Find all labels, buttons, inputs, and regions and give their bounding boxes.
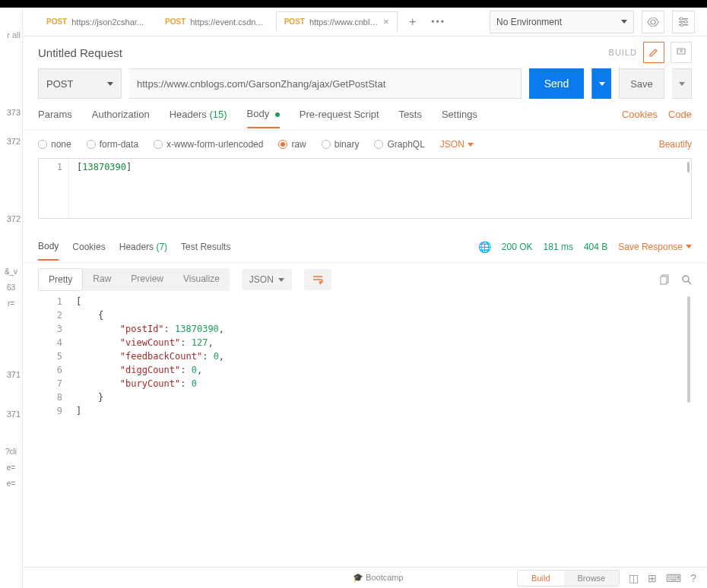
format-select[interactable]: JSON — [242, 269, 292, 290]
request-tab-active[interactable]: POST https://www.cnblo... × — [276, 11, 398, 33]
send-button[interactable]: Send — [529, 68, 584, 99]
layout-icon[interactable]: ⊞ — [648, 572, 657, 584]
build-link[interactable]: BUILD — [609, 48, 637, 57]
tab-headers[interactable]: Headers (15) — [170, 101, 227, 128]
request-body-editor[interactable]: 1 [13870390] — [38, 158, 692, 219]
code-line: "feedbackCount": 0, — [76, 351, 224, 365]
wrap-button[interactable] — [304, 269, 331, 290]
url-input[interactable] — [129, 68, 522, 99]
build-segment[interactable]: Build — [518, 571, 563, 586]
keyboard-icon[interactable]: ⌨ — [666, 572, 681, 584]
radio-none[interactable]: none — [38, 139, 71, 150]
line-number: 3 — [38, 324, 68, 337]
bootcamp-link[interactable]: 🎓 Bootcamp — [353, 573, 404, 583]
radio-label: form-data — [100, 139, 138, 150]
beautify-button[interactable]: Beautify — [659, 139, 692, 150]
environment-select[interactable]: No Environment — [490, 11, 634, 33]
radio-graphql[interactable]: GraphQL — [374, 139, 424, 150]
chevron-down-icon — [107, 82, 113, 86]
search-icon[interactable] — [681, 274, 692, 285]
save-response-label: Save Response — [618, 242, 683, 252]
environment-preview-button[interactable] — [642, 11, 664, 33]
line-number: 7 — [38, 378, 68, 392]
help-icon[interactable]: ? — [690, 572, 696, 584]
browse-segment[interactable]: Browse — [564, 571, 620, 586]
tab-body[interactable]: Body — [247, 100, 280, 128]
radio-icon — [38, 140, 47, 149]
tab-params[interactable]: Params — [38, 101, 72, 128]
headers-count: (7) — [156, 242, 167, 252]
radio-icon — [278, 140, 287, 149]
cookies-link[interactable]: Cookies — [622, 109, 658, 120]
body-label: Body — [247, 108, 270, 119]
save-dropdown[interactable] — [672, 68, 692, 99]
tab-title: https://www.cnblo... — [309, 17, 379, 27]
tab-title: https://json2cshar... — [71, 17, 144, 27]
view-tabs: Pretty Raw Preview Visualize — [38, 268, 230, 291]
send-dropdown[interactable] — [591, 68, 611, 99]
line-number: 2 — [38, 310, 68, 324]
radio-icon — [87, 140, 96, 149]
gutter-frag: e= — [0, 462, 22, 473]
resp-tab-cookies[interactable]: Cookies — [72, 234, 105, 260]
radio-binary[interactable]: binary — [322, 139, 360, 150]
value: 13870390 — [82, 162, 126, 172]
copy-icon[interactable] — [660, 274, 671, 285]
line-number: 1 — [39, 162, 62, 172]
save-response-button[interactable]: Save Response — [618, 242, 692, 252]
tab-tests[interactable]: Tests — [399, 101, 422, 128]
tab-method: POST — [284, 17, 305, 26]
gutter-num: 371 — [0, 370, 22, 379]
chevron-down-icon — [621, 20, 627, 24]
resp-tab-tests[interactable]: Test Results — [181, 234, 230, 260]
line-number: 1 — [38, 296, 68, 310]
tab-settings[interactable]: Settings — [442, 101, 477, 128]
view-visualize[interactable]: Visualize — [173, 268, 230, 291]
view-preview[interactable]: Preview — [121, 268, 173, 291]
scrollbar-thumb[interactable] — [687, 296, 690, 403]
code-content: [ { "postId": 13870390, "viewCount": 127… — [76, 296, 224, 419]
tab-more-button[interactable]: ••• — [428, 11, 449, 33]
gutter-num: 372 — [0, 214, 22, 223]
code-link[interactable]: Code — [668, 109, 692, 120]
resp-tab-body[interactable]: Body — [38, 233, 59, 261]
two-pane-icon[interactable]: ◫ — [629, 572, 639, 584]
method-select[interactable]: POST — [38, 68, 122, 99]
tab-authorization[interactable]: Authorization — [92, 101, 150, 128]
gutter-num: 372 — [0, 137, 22, 146]
chevron-down-icon — [679, 82, 685, 86]
radio-raw[interactable]: raw — [278, 139, 306, 150]
resp-tab-headers[interactable]: Headers (7) — [119, 234, 167, 260]
view-raw[interactable]: Raw — [83, 268, 121, 291]
content-type-select[interactable]: JSON — [440, 139, 474, 150]
build-browse-segment: Build Browse — [517, 570, 620, 586]
tab-prerequest[interactable]: Pre-request Script — [300, 101, 379, 128]
tab-title: https://event.csdn... — [190, 17, 262, 27]
line-number: 8 — [38, 392, 68, 406]
modified-dot-icon — [275, 112, 280, 117]
headers-label: Headers — [119, 242, 154, 252]
scrollbar-thumb[interactable] — [687, 162, 690, 172]
close-icon[interactable]: × — [383, 16, 389, 27]
response-size: 404 B — [584, 242, 607, 252]
comment-button[interactable] — [671, 42, 692, 63]
code-content[interactable]: [13870390] — [77, 162, 683, 172]
response-body-editor[interactable]: 123456789 [ { "postId": 13870390, "viewC… — [38, 296, 692, 539]
globe-icon[interactable]: 🌐 — [478, 241, 491, 253]
save-button[interactable]: Save — [619, 68, 664, 99]
radio-formdata[interactable]: form-data — [87, 139, 138, 150]
method-value: POST — [46, 78, 73, 90]
request-tab[interactable]: POST https://json2cshar... — [38, 11, 152, 33]
svg-point-3 — [680, 17, 683, 20]
add-tab-button[interactable]: + — [402, 11, 423, 33]
body-type-row: none form-data x-www-form-urlencoded raw… — [23, 131, 707, 158]
settings-button[interactable] — [672, 11, 695, 33]
svg-point-4 — [684, 20, 687, 23]
edit-button[interactable] — [643, 42, 664, 63]
request-tab[interactable]: POST https://event.csdn... — [157, 11, 271, 33]
radio-label: none — [51, 139, 71, 150]
radio-xwww[interactable]: x-www-form-urlencoded — [154, 139, 263, 150]
gutter-frag: &_v — [0, 266, 22, 277]
gutter-frag: r= — [0, 298, 22, 309]
view-pretty[interactable]: Pretty — [38, 268, 83, 291]
